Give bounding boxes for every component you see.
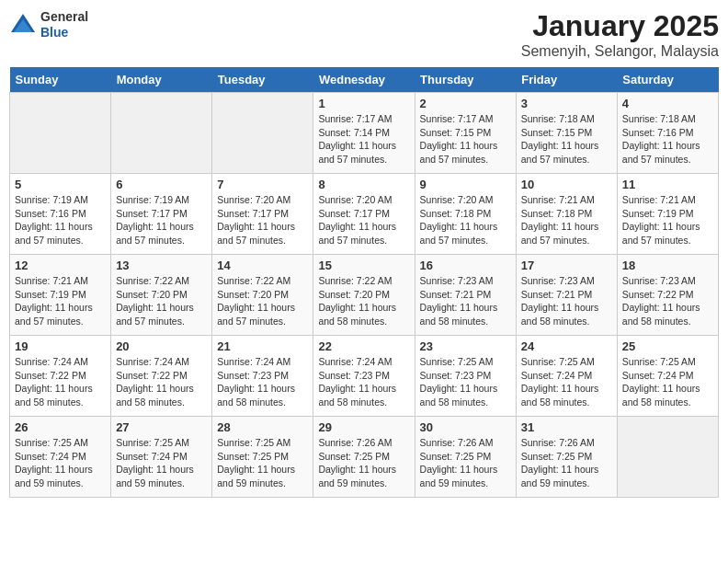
- cell-info: Sunrise: 7:23 AMSunset: 7:22 PMDaylight:…: [622, 274, 713, 328]
- day-number: 30: [420, 420, 511, 434]
- day-number: 28: [217, 420, 308, 434]
- day-number: 27: [116, 420, 207, 434]
- calendar-cell: [111, 93, 212, 174]
- day-number: 11: [622, 178, 713, 191]
- cell-info: Sunrise: 7:22 AMSunset: 7:20 PMDaylight:…: [116, 274, 207, 328]
- day-number: 19: [15, 339, 106, 353]
- calendar-cell: 20Sunrise: 7:24 AMSunset: 7:22 PMDayligh…: [111, 336, 212, 417]
- day-number: 31: [521, 420, 612, 434]
- cell-info: Sunrise: 7:25 AMSunset: 7:24 PMDaylight:…: [116, 436, 207, 490]
- weekday-header-wednesday: Wednesday: [313, 67, 415, 93]
- calendar-cell: [10, 93, 111, 174]
- calendar-cell: 3Sunrise: 7:18 AMSunset: 7:15 PMDaylight…: [516, 93, 617, 174]
- day-number: 8: [318, 178, 409, 191]
- calendar-cell: 1Sunrise: 7:17 AMSunset: 7:14 PMDaylight…: [313, 93, 415, 174]
- calendar-cell: [212, 93, 313, 174]
- cell-info: Sunrise: 7:24 AMSunset: 7:23 PMDaylight:…: [217, 355, 308, 409]
- day-number: 14: [217, 259, 308, 272]
- calendar-cell: 4Sunrise: 7:18 AMSunset: 7:16 PMDaylight…: [617, 93, 718, 174]
- weekday-header-saturday: Saturday: [617, 67, 718, 93]
- cell-info: Sunrise: 7:17 AMSunset: 7:15 PMDaylight:…: [420, 112, 511, 167]
- day-number: 20: [116, 339, 207, 353]
- calendar-week-row: 1Sunrise: 7:17 AMSunset: 7:14 PMDaylight…: [10, 93, 719, 174]
- page-title: January 2025: [521, 9, 719, 43]
- cell-info: Sunrise: 7:24 AMSunset: 7:23 PMDaylight:…: [318, 355, 409, 409]
- logo-text: General Blue: [40, 9, 88, 40]
- calendar-cell: 9Sunrise: 7:20 AMSunset: 7:18 PMDaylight…: [415, 174, 516, 255]
- calendar-cell: 28Sunrise: 7:25 AMSunset: 7:25 PMDayligh…: [212, 417, 313, 498]
- calendar-cell: 2Sunrise: 7:17 AMSunset: 7:15 PMDaylight…: [415, 93, 516, 174]
- cell-info: Sunrise: 7:22 AMSunset: 7:20 PMDaylight:…: [217, 274, 308, 328]
- cell-info: Sunrise: 7:19 AMSunset: 7:16 PMDaylight:…: [15, 193, 106, 247]
- cell-info: Sunrise: 7:20 AMSunset: 7:17 PMDaylight:…: [217, 193, 308, 247]
- day-number: 17: [521, 259, 612, 272]
- calendar-week-row: 19Sunrise: 7:24 AMSunset: 7:22 PMDayligh…: [10, 336, 719, 417]
- calendar-cell: 30Sunrise: 7:26 AMSunset: 7:25 PMDayligh…: [415, 417, 516, 498]
- day-number: 13: [116, 259, 207, 272]
- weekday-header-sunday: Sunday: [10, 67, 111, 93]
- logo-icon: [9, 12, 37, 38]
- day-number: 24: [521, 339, 612, 353]
- cell-info: Sunrise: 7:25 AMSunset: 7:24 PMDaylight:…: [622, 355, 713, 409]
- logo: General Blue: [9, 9, 88, 40]
- day-number: 2: [420, 97, 511, 110]
- day-number: 5: [15, 178, 106, 191]
- calendar-cell: 12Sunrise: 7:21 AMSunset: 7:19 PMDayligh…: [10, 255, 111, 336]
- day-number: 18: [622, 259, 713, 272]
- cell-info: Sunrise: 7:17 AMSunset: 7:14 PMDaylight:…: [318, 112, 409, 167]
- cell-info: Sunrise: 7:21 AMSunset: 7:19 PMDaylight:…: [15, 274, 106, 328]
- logo-general: General: [40, 9, 88, 25]
- weekday-header-friday: Friday: [516, 67, 617, 93]
- calendar-week-row: 5Sunrise: 7:19 AMSunset: 7:16 PMDaylight…: [10, 174, 719, 255]
- calendar-cell: 10Sunrise: 7:21 AMSunset: 7:18 PMDayligh…: [516, 174, 617, 255]
- calendar-cell: 21Sunrise: 7:24 AMSunset: 7:23 PMDayligh…: [212, 336, 313, 417]
- calendar-cell: 13Sunrise: 7:22 AMSunset: 7:20 PMDayligh…: [111, 255, 212, 336]
- calendar-cell: 23Sunrise: 7:25 AMSunset: 7:23 PMDayligh…: [415, 336, 516, 417]
- title-block: January 2025 Semenyih, Selangor, Malaysi…: [521, 9, 719, 60]
- calendar-week-row: 26Sunrise: 7:25 AMSunset: 7:24 PMDayligh…: [10, 417, 719, 498]
- day-number: 3: [521, 97, 612, 110]
- calendar-cell: 26Sunrise: 7:25 AMSunset: 7:24 PMDayligh…: [10, 417, 111, 498]
- calendar-cell: 19Sunrise: 7:24 AMSunset: 7:22 PMDayligh…: [10, 336, 111, 417]
- cell-info: Sunrise: 7:20 AMSunset: 7:18 PMDaylight:…: [420, 193, 511, 247]
- day-number: 23: [420, 339, 511, 353]
- cell-info: Sunrise: 7:25 AMSunset: 7:24 PMDaylight:…: [521, 355, 612, 409]
- day-number: 21: [217, 339, 308, 353]
- calendar-week-row: 12Sunrise: 7:21 AMSunset: 7:19 PMDayligh…: [10, 255, 719, 336]
- weekday-header-row: SundayMondayTuesdayWednesdayThursdayFrid…: [10, 67, 719, 93]
- calendar-cell: 25Sunrise: 7:25 AMSunset: 7:24 PMDayligh…: [617, 336, 718, 417]
- calendar-cell: 16Sunrise: 7:23 AMSunset: 7:21 PMDayligh…: [415, 255, 516, 336]
- calendar-cell: 17Sunrise: 7:23 AMSunset: 7:21 PMDayligh…: [516, 255, 617, 336]
- cell-info: Sunrise: 7:20 AMSunset: 7:17 PMDaylight:…: [318, 193, 409, 247]
- cell-info: Sunrise: 7:21 AMSunset: 7:19 PMDaylight:…: [622, 193, 713, 247]
- calendar-cell: 31Sunrise: 7:26 AMSunset: 7:25 PMDayligh…: [516, 417, 617, 498]
- calendar-cell: 14Sunrise: 7:22 AMSunset: 7:20 PMDayligh…: [212, 255, 313, 336]
- calendar-cell: 11Sunrise: 7:21 AMSunset: 7:19 PMDayligh…: [617, 174, 718, 255]
- page-subtitle: Semenyih, Selangor, Malaysia: [521, 43, 719, 60]
- cell-info: Sunrise: 7:21 AMSunset: 7:18 PMDaylight:…: [521, 193, 612, 247]
- calendar-cell: 8Sunrise: 7:20 AMSunset: 7:17 PMDaylight…: [313, 174, 415, 255]
- calendar-cell: 22Sunrise: 7:24 AMSunset: 7:23 PMDayligh…: [313, 336, 415, 417]
- cell-info: Sunrise: 7:22 AMSunset: 7:20 PMDaylight:…: [318, 274, 409, 328]
- day-number: 7: [217, 178, 308, 191]
- cell-info: Sunrise: 7:24 AMSunset: 7:22 PMDaylight:…: [15, 355, 106, 409]
- calendar-table: SundayMondayTuesdayWednesdayThursdayFrid…: [9, 67, 719, 498]
- calendar-cell: 5Sunrise: 7:19 AMSunset: 7:16 PMDaylight…: [10, 174, 111, 255]
- calendar-cell: 7Sunrise: 7:20 AMSunset: 7:17 PMDaylight…: [212, 174, 313, 255]
- cell-info: Sunrise: 7:24 AMSunset: 7:22 PMDaylight:…: [116, 355, 207, 409]
- day-number: 4: [622, 97, 713, 110]
- day-number: 15: [318, 259, 409, 272]
- cell-info: Sunrise: 7:26 AMSunset: 7:25 PMDaylight:…: [318, 436, 409, 490]
- weekday-header-tuesday: Tuesday: [212, 67, 313, 93]
- day-number: 25: [622, 339, 713, 353]
- calendar-cell: 24Sunrise: 7:25 AMSunset: 7:24 PMDayligh…: [516, 336, 617, 417]
- calendar-cell: 29Sunrise: 7:26 AMSunset: 7:25 PMDayligh…: [313, 417, 415, 498]
- calendar-cell: 27Sunrise: 7:25 AMSunset: 7:24 PMDayligh…: [111, 417, 212, 498]
- calendar-cell: 6Sunrise: 7:19 AMSunset: 7:17 PMDaylight…: [111, 174, 212, 255]
- cell-info: Sunrise: 7:25 AMSunset: 7:25 PMDaylight:…: [217, 436, 308, 490]
- day-number: 12: [15, 259, 106, 272]
- cell-info: Sunrise: 7:26 AMSunset: 7:25 PMDaylight:…: [521, 436, 612, 490]
- cell-info: Sunrise: 7:23 AMSunset: 7:21 PMDaylight:…: [420, 274, 511, 328]
- calendar-cell: 15Sunrise: 7:22 AMSunset: 7:20 PMDayligh…: [313, 255, 415, 336]
- day-number: 29: [318, 420, 409, 434]
